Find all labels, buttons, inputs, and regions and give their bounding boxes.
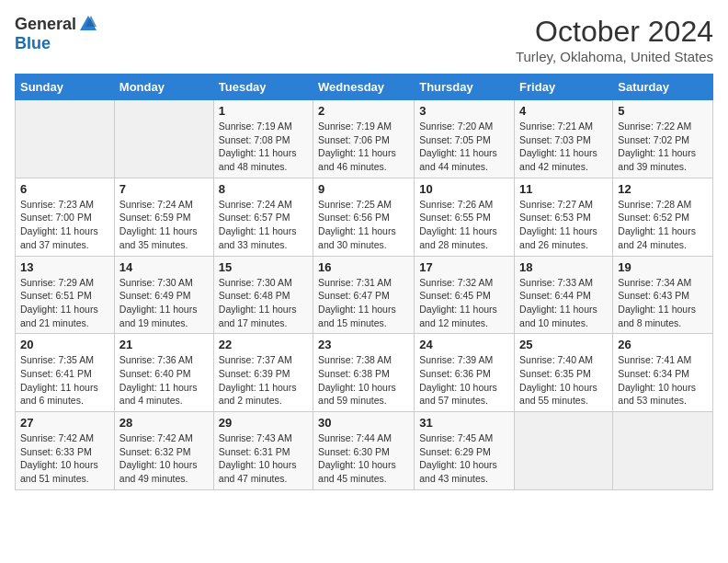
week-row-5: 27Sunrise: 7:42 AMSunset: 6:33 PMDayligh… [16,412,713,490]
day-detail: Sunrise: 7:28 AMSunset: 6:52 PMDaylight:… [618,198,708,252]
day-number: 22 [219,338,308,351]
day-detail: Sunrise: 7:45 AMSunset: 6:29 PMDaylight:… [419,431,509,486]
calendar-cell: 29Sunrise: 7:43 AMSunset: 6:31 PMDayligh… [213,412,313,490]
day-number: 17 [419,260,509,274]
day-detail: Sunrise: 7:24 AMSunset: 6:59 PMDaylight:… [119,198,209,252]
day-number: 25 [519,338,608,351]
day-detail: Sunrise: 7:30 AMSunset: 6:49 PMDaylight:… [119,276,209,330]
day-detail: Sunrise: 7:33 AMSunset: 6:44 PMDaylight:… [519,276,608,330]
page-header: General Blue October 2024 Turley, Oklaho… [15,15,713,64]
month-title: October 2024 [516,15,713,49]
calendar-cell: 5Sunrise: 7:22 AMSunset: 7:02 PMDaylight… [613,100,713,178]
calendar-cell: 21Sunrise: 7:36 AMSunset: 6:40 PMDayligh… [114,334,213,412]
day-number: 2 [318,104,409,118]
day-detail: Sunrise: 7:19 AMSunset: 7:06 PMDaylight:… [318,120,409,174]
day-detail: Sunrise: 7:36 AMSunset: 6:40 PMDaylight:… [119,353,209,408]
day-number: 21 [119,338,209,351]
week-row-1: 1Sunrise: 7:19 AMSunset: 7:08 PMDaylight… [16,100,713,178]
day-detail: Sunrise: 7:29 AMSunset: 6:51 PMDaylight:… [20,276,109,330]
calendar-cell: 28Sunrise: 7:42 AMSunset: 6:32 PMDayligh… [114,412,213,490]
day-detail: Sunrise: 7:43 AMSunset: 6:31 PMDaylight:… [219,431,308,486]
calendar-cell: 19Sunrise: 7:34 AMSunset: 6:43 PMDayligh… [613,256,713,334]
day-number: 24 [419,338,509,351]
day-number: 19 [618,260,708,274]
day-detail: Sunrise: 7:19 AMSunset: 7:08 PMDaylight:… [219,120,308,174]
week-row-2: 6Sunrise: 7:23 AMSunset: 7:00 PMDaylight… [16,178,713,256]
header-day-tuesday: Tuesday [213,75,313,100]
day-detail: Sunrise: 7:26 AMSunset: 6:55 PMDaylight:… [419,198,509,252]
calendar-cell: 26Sunrise: 7:41 AMSunset: 6:34 PMDayligh… [613,334,713,412]
calendar-cell [613,412,713,490]
week-row-3: 13Sunrise: 7:29 AMSunset: 6:51 PMDayligh… [16,256,713,334]
day-number: 23 [318,338,409,351]
day-detail: Sunrise: 7:41 AMSunset: 6:34 PMDaylight:… [618,353,708,408]
day-number: 14 [119,260,209,274]
day-number: 26 [618,338,708,351]
day-number: 3 [419,104,509,118]
day-detail: Sunrise: 7:23 AMSunset: 7:00 PMDaylight:… [20,198,109,252]
day-detail: Sunrise: 7:25 AMSunset: 6:56 PMDaylight:… [318,198,409,252]
calendar-cell: 7Sunrise: 7:24 AMSunset: 6:59 PMDaylight… [114,178,213,256]
day-number: 27 [20,416,109,430]
header-day-wednesday: Wednesday [313,75,415,100]
calendar-cell: 13Sunrise: 7:29 AMSunset: 6:51 PMDayligh… [16,256,115,334]
calendar-cell: 15Sunrise: 7:30 AMSunset: 6:48 PMDayligh… [213,256,313,334]
calendar-cell: 4Sunrise: 7:21 AMSunset: 7:03 PMDaylight… [515,100,613,178]
header-day-thursday: Thursday [415,75,515,100]
header-day-saturday: Saturday [613,75,713,100]
week-row-4: 20Sunrise: 7:35 AMSunset: 6:41 PMDayligh… [16,334,713,412]
calendar-cell: 18Sunrise: 7:33 AMSunset: 6:44 PMDayligh… [515,256,613,334]
header-day-monday: Monday [114,75,213,100]
calendar-cell: 27Sunrise: 7:42 AMSunset: 6:33 PMDayligh… [16,412,115,490]
day-number: 7 [119,182,209,196]
calendar-cell: 11Sunrise: 7:27 AMSunset: 6:53 PMDayligh… [515,178,613,256]
day-detail: Sunrise: 7:20 AMSunset: 7:05 PMDaylight:… [419,120,509,174]
day-detail: Sunrise: 7:38 AMSunset: 6:38 PMDaylight:… [318,353,409,408]
day-detail: Sunrise: 7:39 AMSunset: 6:36 PMDaylight:… [419,353,509,408]
day-number: 8 [219,182,308,196]
day-number: 10 [419,182,509,196]
day-number: 15 [219,260,308,274]
day-number: 5 [618,104,708,118]
day-number: 12 [618,182,708,196]
title-section: October 2024 Turley, Oklahoma, United St… [516,15,713,64]
day-detail: Sunrise: 7:37 AMSunset: 6:39 PMDaylight:… [219,353,308,408]
calendar-cell: 9Sunrise: 7:25 AMSunset: 6:56 PMDaylight… [313,178,415,256]
calendar-header: SundayMondayTuesdayWednesdayThursdayFrid… [16,75,713,100]
calendar-cell: 8Sunrise: 7:24 AMSunset: 6:57 PMDaylight… [213,178,313,256]
day-number: 28 [119,416,209,430]
day-detail: Sunrise: 7:34 AMSunset: 6:43 PMDaylight:… [618,276,708,330]
day-detail: Sunrise: 7:35 AMSunset: 6:41 PMDaylight:… [20,353,109,408]
header-day-friday: Friday [515,75,613,100]
logo-icon [78,14,98,34]
day-number: 31 [419,416,509,430]
day-number: 30 [318,416,409,430]
calendar-cell: 1Sunrise: 7:19 AMSunset: 7:08 PMDaylight… [213,100,313,178]
day-number: 18 [519,260,608,274]
day-number: 20 [20,338,109,351]
calendar-cell: 10Sunrise: 7:26 AMSunset: 6:55 PMDayligh… [415,178,515,256]
logo-blue-text: Blue [15,34,51,53]
logo: General Blue [15,15,98,53]
calendar-cell: 30Sunrise: 7:44 AMSunset: 6:30 PMDayligh… [313,412,415,490]
day-number: 11 [519,182,608,196]
header-row: SundayMondayTuesdayWednesdayThursdayFrid… [16,75,713,100]
calendar-cell: 23Sunrise: 7:38 AMSunset: 6:38 PMDayligh… [313,334,415,412]
calendar-cell [16,100,115,178]
day-number: 13 [20,260,109,274]
calendar-cell: 2Sunrise: 7:19 AMSunset: 7:06 PMDaylight… [313,100,415,178]
day-number: 4 [519,104,608,118]
day-number: 16 [318,260,409,274]
day-detail: Sunrise: 7:44 AMSunset: 6:30 PMDaylight:… [318,431,409,486]
calendar-cell: 20Sunrise: 7:35 AMSunset: 6:41 PMDayligh… [16,334,115,412]
day-detail: Sunrise: 7:24 AMSunset: 6:57 PMDaylight:… [219,198,308,252]
calendar-cell: 24Sunrise: 7:39 AMSunset: 6:36 PMDayligh… [415,334,515,412]
day-number: 29 [219,416,308,430]
calendar-cell: 22Sunrise: 7:37 AMSunset: 6:39 PMDayligh… [213,334,313,412]
location-text: Turley, Oklahoma, United States [516,49,713,64]
calendar-cell: 12Sunrise: 7:28 AMSunset: 6:52 PMDayligh… [613,178,713,256]
calendar-cell: 25Sunrise: 7:40 AMSunset: 6:35 PMDayligh… [515,334,613,412]
day-number: 9 [318,182,409,196]
header-day-sunday: Sunday [16,75,115,100]
day-number: 1 [219,104,308,118]
